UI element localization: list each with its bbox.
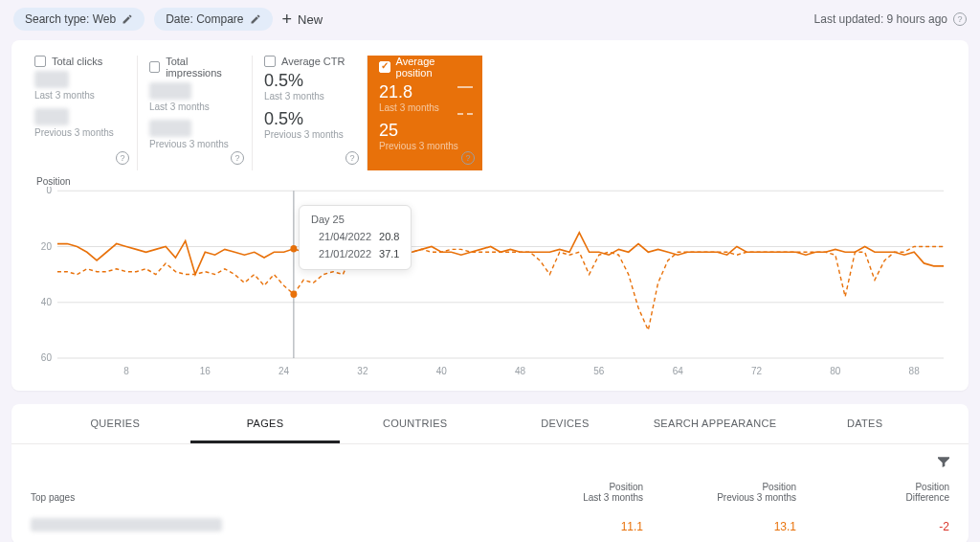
checkbox-icon [34, 56, 46, 67]
svg-point-21 [290, 291, 297, 298]
table-toolbar [11, 444, 969, 476]
last-updated: Last updated: 9 hours ago ? [814, 12, 967, 26]
date-chip[interactable]: Date: Compare [154, 8, 272, 31]
svg-text:88: 88 [909, 366, 920, 376]
metric-average-ctr[interactable]: Average CTR0.5%Last 3 months0.5%Previous… [253, 56, 368, 170]
table-row[interactable]: 11.113.1-2 [11, 508, 969, 542]
help-icon[interactable]: ? [231, 151, 244, 165]
svg-text:24: 24 [278, 366, 289, 376]
position-chart[interactable]: 0204060816243240485664728088 [27, 187, 953, 378]
performance-card: Total clicksLast 3 monthsPrevious 3 mont… [11, 40, 969, 391]
filter-bar: Search type: Web Date: Compare + New Las… [0, 0, 980, 34]
tab-countries[interactable]: COUNTRIES [340, 404, 490, 443]
help-icon[interactable]: ? [461, 151, 475, 165]
new-label: New [298, 12, 323, 27]
add-filter-button[interactable]: + New [282, 12, 323, 27]
tab-devices[interactable]: DEVICES [490, 404, 640, 443]
help-icon[interactable]: ? [345, 151, 359, 165]
col-top-pages: Top pages [31, 492, 490, 503]
svg-text:16: 16 [200, 366, 211, 376]
metric-row: Total clicksLast 3 monthsPrevious 3 mont… [11, 40, 969, 170]
svg-text:64: 64 [673, 366, 683, 376]
svg-text:20: 20 [41, 240, 52, 251]
dimension-tabs: QUERIESPAGESCOUNTRIESDEVICESSEARCH APPEA… [11, 404, 969, 444]
table-body: 11.113.1-2 [11, 508, 969, 542]
svg-point-20 [290, 245, 297, 252]
tab-search-appearance[interactable]: SEARCH APPEARANCE [640, 404, 791, 443]
svg-text:56: 56 [593, 366, 604, 376]
col-pos-prev3: PositionPrevious 3 months [643, 482, 796, 503]
checkbox-icon [264, 56, 276, 67]
search-type-chip[interactable]: Search type: Web [13, 8, 145, 31]
svg-text:48: 48 [515, 366, 525, 376]
checkbox-icon [149, 61, 160, 73]
help-icon[interactable]: ? [953, 12, 967, 26]
svg-text:40: 40 [41, 297, 52, 307]
svg-text:72: 72 [751, 366, 762, 376]
y-axis-title: Position [36, 176, 953, 187]
help-icon[interactable]: ? [116, 151, 129, 165]
search-type-label: Search type: Web [25, 12, 116, 26]
last-updated-text: Last updated: 9 hours ago [814, 12, 947, 26]
col-pos-diff: PositionDifference [796, 482, 949, 503]
filter-icon[interactable] [936, 454, 951, 472]
tab-queries[interactable]: QUERIES [40, 404, 190, 443]
tab-dates[interactable]: DATES [790, 404, 940, 443]
chart-tooltip: Day 25 21/04/202220.821/01/202237.1 [299, 205, 412, 270]
metric-average-position[interactable]: Average position21.8Last 3 months25Previ… [368, 56, 482, 170]
svg-text:0: 0 [46, 187, 52, 195]
metric-total-clicks[interactable]: Total clicksLast 3 monthsPrevious 3 mont… [23, 56, 138, 170]
tab-pages[interactable]: PAGES [190, 404, 341, 443]
tooltip-title: Day 25 [311, 214, 397, 225]
col-pos-last3: PositionLast 3 months [490, 482, 643, 503]
svg-text:32: 32 [357, 366, 368, 376]
svg-text:8: 8 [123, 366, 129, 376]
pencil-icon [250, 13, 261, 25]
svg-text:80: 80 [830, 366, 840, 376]
date-label: Date: Compare [166, 12, 243, 26]
svg-text:60: 60 [41, 352, 52, 363]
checkbox-icon [379, 61, 390, 73]
metric-total-impressions[interactable]: Total impressionsLast 3 monthsPrevious 3… [138, 56, 253, 170]
svg-text:40: 40 [436, 366, 447, 376]
plus-icon: + [282, 13, 293, 25]
chart-area: Position 0204060816243240485664728088 Da… [11, 170, 969, 391]
table-header: Top pages PositionLast 3 months Position… [11, 476, 969, 508]
dimensions-card: QUERIESPAGESCOUNTRIESDEVICESSEARCH APPEA… [11, 404, 969, 542]
pencil-icon [122, 13, 133, 25]
